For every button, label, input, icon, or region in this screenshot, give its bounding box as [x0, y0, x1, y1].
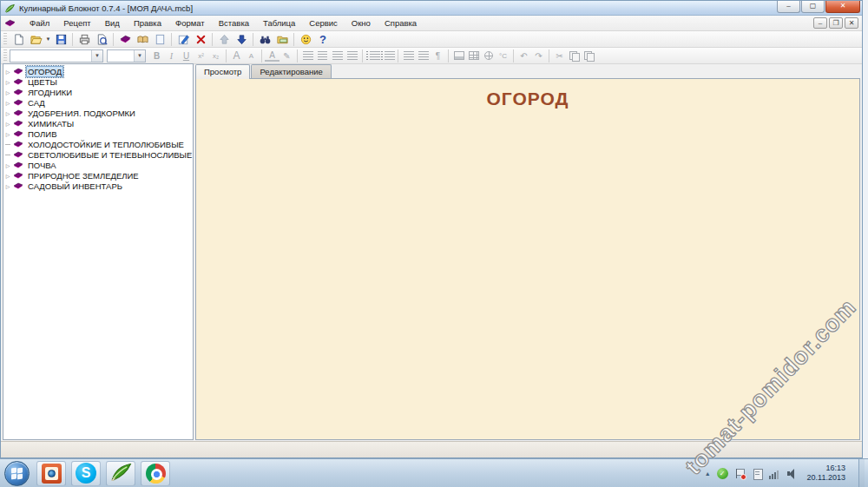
- bullet-list-button[interactable]: [365, 49, 380, 63]
- menu-edit[interactable]: Правка: [127, 16, 168, 30]
- redo-button[interactable]: ↷: [531, 49, 546, 63]
- tree-item[interactable]: ▷ САД: [3, 97, 193, 108]
- edit-record-button[interactable]: [174, 32, 192, 47]
- closed-book-button[interactable]: [116, 32, 134, 47]
- tree-item[interactable]: ▷ ПРИРОДНОЕ ЗЕМЛЕДЕЛИЕ: [3, 170, 193, 181]
- expand-arrow-icon[interactable]: ▷: [3, 100, 12, 106]
- delete-record-button[interactable]: [192, 32, 209, 47]
- font-size-combo[interactable]: ▼: [107, 49, 146, 63]
- shrink-font-button[interactable]: A: [244, 49, 259, 63]
- close-button[interactable]: ✕: [825, 1, 860, 13]
- highlight-button[interactable]: ✎: [279, 49, 294, 63]
- show-desktop-button[interactable]: [858, 459, 865, 487]
- status-ok-icon[interactable]: ✓: [717, 468, 728, 479]
- export-button[interactable]: [273, 32, 291, 47]
- move-down-button[interactable]: [233, 32, 250, 47]
- print-button[interactable]: [76, 32, 93, 47]
- numbered-list-button[interactable]: [380, 49, 395, 63]
- expand-arrow-icon[interactable]: ▷: [3, 131, 12, 137]
- paste-button[interactable]: [582, 49, 596, 63]
- tree-item[interactable]: ▷ ПОЛИВ: [3, 128, 193, 139]
- tree-item[interactable]: ▷ ЯГОДНИКИ: [3, 87, 193, 97]
- expand-arrow-icon[interactable]: ▷: [3, 162, 12, 168]
- menu-window[interactable]: Окно: [345, 16, 378, 30]
- tree-item[interactable]: ▷ ЦВЕТЫ: [3, 76, 193, 87]
- taskbar-skype-button[interactable]: S: [71, 461, 101, 486]
- align-right-button[interactable]: [330, 49, 345, 63]
- menu-service[interactable]: Сервис: [302, 16, 345, 30]
- grow-font-button[interactable]: A: [229, 49, 244, 63]
- menu-insert[interactable]: Вставка: [212, 16, 256, 30]
- subscript-button[interactable]: x₂: [208, 49, 223, 63]
- update-clipboard-icon[interactable]: [752, 468, 763, 479]
- decrease-indent-button[interactable]: [401, 49, 416, 63]
- expand-arrow-icon[interactable]: ▷: [3, 173, 12, 179]
- expand-arrow-icon[interactable]: ▷: [3, 79, 12, 85]
- expand-arrow-icon[interactable]: ▷: [3, 121, 12, 127]
- tab-view[interactable]: Просмотр: [195, 64, 250, 79]
- network-signal-icon[interactable]: [769, 468, 780, 479]
- new-document-button[interactable]: [10, 32, 27, 47]
- save-button[interactable]: [52, 32, 69, 47]
- insert-table-button[interactable]: [466, 49, 481, 63]
- cut-button[interactable]: ✂: [552, 49, 567, 63]
- align-justify-button[interactable]: [345, 49, 359, 63]
- taskbar-faststone-button[interactable]: [36, 461, 66, 486]
- tree-item[interactable]: ▷ САДОВЫЙ ИНВЕНТАРЬ: [3, 181, 193, 191]
- open-file-button[interactable]: [27, 32, 44, 47]
- expand-arrow-icon[interactable]: [3, 141, 12, 147]
- tree-item[interactable]: ХОЛОДОСТОЙКИЕ И ТЕПЛОЛЮБИВЫЕ: [3, 139, 193, 149]
- tree-item[interactable]: ▷ ОГОРОД: [3, 66, 193, 76]
- hidden-icons-chevron[interactable]: ▲: [705, 471, 711, 477]
- undo-button[interactable]: ↶: [516, 49, 531, 63]
- menu-help[interactable]: Справка: [378, 16, 424, 30]
- insert-hyperlink-button[interactable]: [481, 49, 496, 63]
- taskbar-chrome-button[interactable]: [141, 461, 170, 486]
- menu-file[interactable]: Файл: [23, 16, 56, 30]
- start-button[interactable]: [4, 461, 30, 486]
- minimize-button[interactable]: –: [777, 1, 800, 13]
- open-book-button[interactable]: [134, 32, 151, 47]
- help-button[interactable]: ?: [314, 32, 332, 47]
- superscript-button[interactable]: x²: [194, 49, 208, 63]
- maximize-button[interactable]: ▢: [801, 1, 825, 13]
- insert-image-button[interactable]: [451, 49, 466, 63]
- volume-icon[interactable]: [786, 468, 798, 479]
- copy-button[interactable]: [567, 49, 582, 63]
- expand-arrow-icon[interactable]: ▷: [3, 89, 12, 95]
- open-dropdown-icon[interactable]: ▼: [44, 32, 52, 47]
- expand-arrow-icon[interactable]: ▷: [3, 110, 12, 116]
- tab-edit[interactable]: Редактирование: [251, 64, 331, 79]
- menu-recipe[interactable]: Рецепт: [56, 16, 97, 30]
- increase-indent-button[interactable]: [416, 49, 431, 63]
- align-center-button[interactable]: [315, 49, 330, 63]
- font-color-button[interactable]: A: [265, 50, 279, 62]
- tree-item[interactable]: СВЕТОЛЮБИВЫЕ И ТЕНЕВЫНОСЛИВЫЕ: [3, 149, 193, 160]
- blank-page-button[interactable]: [151, 32, 168, 47]
- mdi-minimize-button[interactable]: –: [813, 17, 827, 29]
- recipe-content[interactable]: ОГОРОД: [195, 78, 860, 440]
- expand-arrow-icon[interactable]: ▷: [3, 183, 12, 189]
- menu-table[interactable]: Таблица: [256, 16, 302, 30]
- menu-format[interactable]: Формат: [168, 16, 212, 30]
- expand-arrow-icon[interactable]: [3, 152, 12, 157]
- smiley-button[interactable]: [297, 32, 314, 47]
- underline-button[interactable]: U: [179, 49, 194, 63]
- expand-arrow-icon[interactable]: ▷: [3, 69, 12, 75]
- mdi-close-button[interactable]: ✕: [845, 17, 858, 29]
- bold-button[interactable]: B: [149, 49, 164, 63]
- print-preview-button[interactable]: [93, 32, 110, 47]
- tree-item[interactable]: ▷ УДОБРЕНИЯ. ПОДКОРМКИ: [3, 108, 193, 118]
- paragraph-marks-button[interactable]: ¶: [431, 49, 445, 63]
- menu-view[interactable]: Вид: [98, 16, 127, 30]
- insert-symbol-button[interactable]: °C: [496, 49, 510, 63]
- mdi-restore-button[interactable]: ❐: [829, 17, 843, 29]
- italic-button[interactable]: I: [164, 49, 179, 63]
- tree-item[interactable]: ▷ ХИМИКАТЫ: [3, 118, 193, 128]
- taskbar-clock[interactable]: 16:13 20.11.2013: [804, 464, 852, 483]
- move-up-button[interactable]: [215, 32, 233, 47]
- search-button[interactable]: [256, 32, 273, 47]
- font-family-combo[interactable]: ▼: [10, 49, 103, 63]
- taskbar-culinary-notebook-button[interactable]: [106, 461, 135, 486]
- action-center-flag-icon[interactable]: [734, 468, 746, 479]
